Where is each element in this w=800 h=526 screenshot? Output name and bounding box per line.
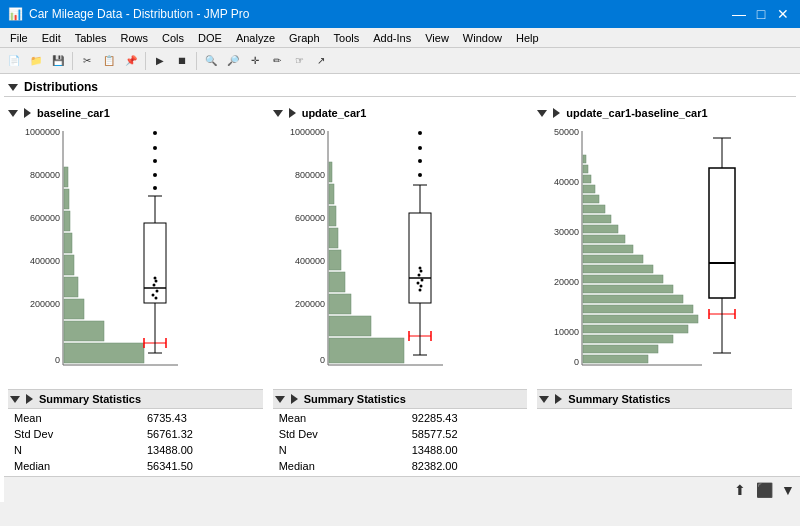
tb-zoom-out[interactable]: 🔎	[223, 51, 243, 71]
panel3-summary-menu[interactable]	[555, 394, 562, 404]
distributions-collapse-icon[interactable]	[8, 84, 18, 91]
svg-text:0: 0	[320, 355, 325, 365]
panel3-svg: 50000 40000 30000 20000 10000 0	[537, 123, 757, 373]
table-row: Mean 6735.43	[10, 411, 261, 425]
panel1-collapse-icon[interactable]	[8, 110, 18, 117]
tb-pen[interactable]: ✏	[267, 51, 287, 71]
menu-cols[interactable]: Cols	[156, 31, 190, 45]
svg-point-55	[418, 146, 422, 150]
svg-point-18	[153, 146, 157, 150]
panel3-summary-collapse[interactable]	[539, 396, 549, 403]
stat-value: 6735.43	[143, 411, 261, 425]
svg-point-31	[154, 277, 157, 280]
stat-label: Median	[10, 459, 141, 473]
menu-bar: File Edit Tables Rows Cols DOE Analyze G…	[0, 28, 800, 48]
maximize-button[interactable]: □	[752, 5, 770, 23]
svg-text:40000: 40000	[554, 177, 579, 187]
svg-point-69	[417, 274, 420, 277]
svg-rect-89	[583, 285, 673, 293]
svg-point-21	[153, 186, 157, 190]
panel2-collapse-icon[interactable]	[273, 110, 283, 117]
stat-label: Std Dev	[10, 427, 141, 441]
svg-text:800000: 800000	[295, 170, 325, 180]
menu-view[interactable]: View	[419, 31, 455, 45]
tb-arrow[interactable]: ↗	[311, 51, 331, 71]
svg-rect-98	[583, 195, 599, 203]
bottom-dropdown[interactable]: ▼	[778, 480, 798, 500]
menu-edit[interactable]: Edit	[36, 31, 67, 45]
svg-point-36	[155, 297, 158, 300]
svg-rect-96	[583, 215, 611, 223]
tb-save[interactable]: 💾	[48, 51, 68, 71]
tb-stop[interactable]: ⏹	[172, 51, 192, 71]
svg-rect-52	[329, 184, 334, 204]
stat-label: N	[10, 443, 141, 457]
menu-addins[interactable]: Add-Ins	[367, 31, 417, 45]
minimize-button[interactable]: —	[730, 5, 748, 23]
tb-run[interactable]: ▶	[150, 51, 170, 71]
svg-rect-97	[583, 205, 605, 213]
tb-hand[interactable]: ☞	[289, 51, 309, 71]
menu-tables[interactable]: Tables	[69, 31, 113, 45]
panel1-menu-icon[interactable]	[24, 108, 31, 118]
svg-point-71	[416, 282, 419, 285]
svg-rect-83	[583, 345, 658, 353]
menu-file[interactable]: File	[4, 31, 34, 45]
svg-rect-53	[329, 162, 332, 182]
table-row: Median 82382.00	[275, 459, 526, 473]
panel3-menu-icon[interactable]	[553, 108, 560, 118]
stat-label: Mean	[275, 411, 406, 425]
svg-point-34	[156, 290, 159, 293]
svg-point-54	[418, 131, 422, 135]
svg-point-20	[153, 173, 157, 177]
stat-value: 82382.00	[408, 459, 526, 473]
panel2-summary-collapse[interactable]	[275, 396, 285, 403]
app-icon: 📊	[8, 7, 23, 21]
panel1-summary-collapse[interactable]	[10, 396, 20, 403]
stat-value: 56761.32	[143, 427, 261, 441]
tb-copy[interactable]: 📋	[99, 51, 119, 71]
panel2-title: update_car1	[273, 107, 528, 119]
svg-point-35	[152, 294, 155, 297]
svg-point-56	[418, 159, 422, 163]
tb-crosshair[interactable]: ✛	[245, 51, 265, 71]
svg-rect-24	[144, 223, 166, 303]
panel2-summary-menu[interactable]	[291, 394, 298, 404]
tb-zoom-in[interactable]: 🔍	[201, 51, 221, 71]
menu-rows[interactable]: Rows	[115, 31, 155, 45]
bottom-icon2[interactable]: ⬛	[754, 480, 774, 500]
svg-rect-105	[709, 168, 735, 298]
menu-window[interactable]: Window	[457, 31, 508, 45]
stat-value: 58577.52	[408, 427, 526, 441]
svg-text:10000: 10000	[554, 327, 579, 337]
svg-rect-85	[583, 325, 688, 333]
menu-graph[interactable]: Graph	[283, 31, 326, 45]
svg-rect-90	[583, 275, 663, 283]
svg-rect-86	[583, 315, 698, 323]
svg-rect-47	[329, 294, 351, 314]
bottom-icon1[interactable]: ⬆	[730, 480, 750, 500]
tb-cut[interactable]: ✂	[77, 51, 97, 71]
svg-text:200000: 200000	[295, 299, 325, 309]
title-bar: 📊 Car Mileage Data - Distribution - JMP …	[0, 0, 800, 28]
tb-paste[interactable]: 📌	[121, 51, 141, 71]
close-button[interactable]: ✕	[774, 5, 792, 23]
panel3-chart: 50000 40000 30000 20000 10000 0	[537, 123, 792, 383]
tb-new[interactable]: 📄	[4, 51, 24, 71]
menu-analyze[interactable]: Analyze	[230, 31, 281, 45]
svg-rect-12	[64, 255, 74, 275]
menu-help[interactable]: Help	[510, 31, 545, 45]
panel2-menu-icon[interactable]	[289, 108, 296, 118]
svg-rect-88	[583, 295, 683, 303]
tb-open[interactable]: 📁	[26, 51, 46, 71]
panel3-summary-header: Summary Statistics	[537, 390, 792, 409]
panel2-summary-header: Summary Statistics	[273, 390, 528, 409]
panel2-stats-table: Mean 92285.43 Std Dev 58577.52 N 13488.0…	[273, 409, 528, 475]
panel3-collapse-icon[interactable]	[537, 110, 547, 117]
menu-tools[interactable]: Tools	[328, 31, 366, 45]
panel1-summary-header: Summary Statistics	[8, 390, 263, 409]
svg-rect-95	[583, 225, 618, 233]
menu-doe[interactable]: DOE	[192, 31, 228, 45]
panel-update: update_car1 1000000 800000 600000 400000…	[273, 107, 528, 475]
panel1-summary-menu[interactable]	[26, 394, 33, 404]
